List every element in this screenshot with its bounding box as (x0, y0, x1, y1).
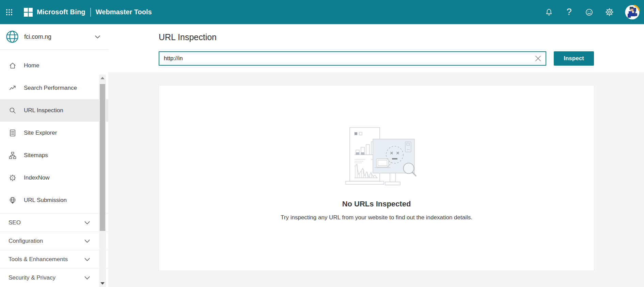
gear-bolt-icon (9, 174, 17, 182)
sidebar-item-search-performance[interactable]: Search Performance (0, 77, 108, 99)
document-list-icon (9, 129, 17, 137)
chevron-down-icon (84, 274, 91, 281)
empty-state-description: Try inspecting any URL from your website… (281, 214, 472, 221)
inspect-button[interactable]: Inspect (554, 51, 594, 66)
bing-webmaster-tools-page: Microsoft Bing Webmaster Tools ? (0, 0, 644, 287)
site-selector-dropdown[interactable]: fci.com.ng (0, 24, 108, 50)
sidebar-item-label: URL Submission (24, 197, 67, 204)
globe-plus-icon (9, 196, 17, 204)
microsoft-logo[interactable] (24, 8, 33, 17)
avatar[interactable] (625, 4, 640, 20)
section-label: SEO (9, 219, 21, 226)
sidebar-section-security-privacy[interactable]: Security & Privacy (0, 268, 108, 287)
chevron-down-icon (84, 219, 91, 226)
trending-up-icon (9, 84, 17, 92)
product-title: Webmaster Tools (96, 8, 152, 16)
empty-state-heading: No URLs Inspected (342, 200, 411, 208)
feedback-button[interactable] (584, 7, 594, 17)
sidebar-section-seo[interactable]: SEO (0, 213, 108, 232)
settings-button[interactable] (604, 7, 614, 17)
sidebar-sections: SEO Configuration Tools & Enhancements S… (0, 213, 108, 287)
help-button[interactable]: ? (564, 7, 574, 17)
home-icon (9, 62, 17, 70)
sidebar-item-url-submission[interactable]: URL Submission (0, 189, 108, 212)
scrollbar-up-arrow[interactable] (100, 77, 105, 79)
help-icon: ? (566, 7, 571, 17)
sidebar-item-label: IndexNow (24, 174, 50, 181)
section-label: Security & Privacy (9, 274, 56, 281)
feedback-smiley-icon (585, 8, 594, 17)
sidebar-item-label: URL Inspection (24, 107, 63, 114)
main-content: URL Inspection Inspect (108, 24, 644, 287)
chevron-down-icon (84, 238, 91, 244)
sidebar-section-tools-enhancements[interactable]: Tools & Enhancements (0, 250, 108, 268)
content-body: No URLs Inspected Try inspecting any URL… (108, 72, 644, 287)
site-name: fci.com.ng (24, 33, 94, 40)
section-label: Tools & Enhancements (9, 256, 68, 263)
sidebar-item-site-explorer[interactable]: Site Explorer (0, 122, 108, 144)
settings-gear-icon (605, 7, 614, 17)
top-header: Microsoft Bing Webmaster Tools ? (0, 0, 644, 24)
chevron-down-icon (94, 34, 101, 40)
close-icon (534, 55, 542, 62)
sidebar-item-label: Site Explorer (24, 130, 57, 136)
sidebar-item-home[interactable]: Home (0, 54, 108, 77)
sidebar-item-label: Search Performance (24, 85, 77, 91)
waffle-icon (5, 9, 13, 16)
sidebar-item-sitemaps[interactable]: Sitemaps (0, 144, 108, 167)
sidebar: fci.com.ng Home Search Performance (0, 24, 108, 287)
sidebar-nav: Home Search Performance URL Inspection (0, 50, 108, 212)
brand-title[interactable]: Microsoft Bing (37, 8, 85, 16)
notifications-button[interactable] (544, 7, 554, 17)
page-title: URL Inspection (159, 32, 217, 42)
clear-input-button[interactable] (534, 55, 542, 62)
section-label: Configuration (9, 238, 43, 244)
sidebar-scrollbar[interactable] (99, 74, 106, 287)
url-input[interactable] (159, 51, 546, 66)
no-results-monitor-illustration (336, 126, 417, 187)
sidebar-item-url-inspection[interactable]: URL Inspection (0, 99, 108, 122)
sitemap-icon (9, 151, 17, 159)
sidebar-item-label: Home (24, 62, 39, 69)
content-header: URL Inspection Inspect (108, 24, 644, 72)
sidebar-item-label: Sitemaps (24, 152, 48, 159)
chevron-down-icon (84, 256, 91, 263)
sidebar-item-indexnow[interactable]: IndexNow (0, 167, 108, 189)
search-icon (9, 106, 17, 115)
bell-icon (545, 8, 553, 17)
sidebar-section-configuration[interactable]: Configuration (0, 232, 108, 250)
globe-icon (5, 29, 20, 44)
scrollbar-thumb[interactable] (100, 84, 105, 231)
empty-state-card: No URLs Inspected Try inspecting any URL… (159, 85, 594, 271)
brand-divider (90, 8, 91, 17)
scrollbar-down-arrow[interactable] (100, 282, 105, 285)
waffle-menu-button[interactable] (0, 0, 18, 24)
